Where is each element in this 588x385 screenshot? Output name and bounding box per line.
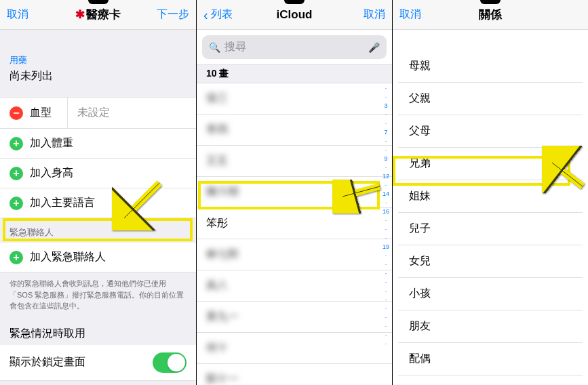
blood-type-row[interactable]: − 血型 未設定: [0, 97, 196, 129]
contacts-group-header: 10 畫: [197, 64, 392, 83]
add-emergency-contact-row[interactable]: + 加入緊急聯絡人: [0, 243, 196, 272]
plus-icon: +: [9, 197, 23, 210]
device-notch: [284, 0, 305, 4]
relationship-row[interactable]: 朋友: [398, 310, 583, 343]
contact-row[interactable]: 張三: [197, 83, 392, 115]
contact-row[interactable]: 何十: [197, 333, 392, 364]
contact-row[interactable]: 吳八: [197, 270, 392, 302]
cancel-button[interactable]: 取消: [364, 7, 385, 22]
lock-screen-note: iPhone 鎖定時，只要點一下「緊急服務」和「醫療卡」即可檢視你的「醫療卡」資…: [0, 381, 196, 386]
blood-type-value[interactable]: 未設定: [68, 98, 196, 128]
add-weight-row[interactable]: + 加入體重: [0, 129, 196, 159]
plus-icon: +: [9, 137, 23, 150]
plus-icon: +: [9, 251, 23, 264]
meds-value[interactable]: 尚未列出: [0, 68, 196, 90]
contact-row[interactable]: 陳六明: [197, 177, 392, 208]
relationship-row[interactable]: 配偶: [398, 343, 583, 376]
relationship-row[interactable]: 父親: [398, 83, 583, 115]
device-notch: [480, 0, 501, 4]
nav-title: iCloud: [277, 8, 313, 22]
emergency-contacts-header: 緊急聯絡人: [0, 218, 196, 243]
navbar-medical: 取消 ✱醫療卡 下一步: [0, 0, 196, 30]
mic-icon[interactable]: 🎤: [368, 42, 380, 53]
cancel-button[interactable]: 取消: [399, 7, 421, 22]
search-placeholder: 搜尋: [224, 40, 368, 54]
relationship-row[interactable]: 伴侶: [398, 376, 583, 385]
navbar-relationship: 取消 關係: [393, 0, 588, 30]
cancel-button[interactable]: 取消: [7, 7, 28, 22]
minus-icon[interactable]: −: [9, 106, 23, 120]
contact-row[interactable]: 黃九一: [197, 302, 392, 333]
nav-title: ✱醫療卡: [75, 7, 121, 22]
relationship-row[interactable]: 小孩: [398, 278, 583, 310]
show-on-lock-label: 顯示於鎖定畫面: [9, 355, 85, 369]
relationship-list: 母親父親父母兄弟姐妹兒子女兒小孩朋友配偶伴侶助理: [398, 50, 583, 385]
next-button[interactable]: 下一步: [157, 7, 189, 22]
contact-row[interactable]: 李四: [197, 115, 392, 146]
nav-title: 關係: [479, 7, 502, 22]
relationship-row[interactable]: 兒子: [398, 213, 583, 245]
relationship-row[interactable]: 母親: [398, 50, 583, 83]
contact-row[interactable]: 劉十一: [197, 364, 392, 385]
medical-id-panel: 取消 ✱醫療卡 下一步 用藥 尚未列出 − 血型 未設定 + 加入體重 + 加入…: [0, 0, 196, 385]
emergency-note: 你的緊急聯絡人會收到訊息，通知他們你已使用「SOS 緊急服務」撥打緊急服務電話。…: [0, 272, 196, 317]
meds-label: 用藥: [0, 47, 196, 68]
relationship-row[interactable]: 兄弟: [398, 148, 583, 180]
contacts-list: 張三李四王五陳六明笨彤林七郎吳八黃九一何十劉十一: [197, 83, 392, 385]
search-input[interactable]: 🔍 搜尋 🎤: [202, 35, 387, 59]
plus-icon: +: [9, 167, 23, 180]
relationship-panel: 取消 關係 母親父親父母兄弟姐妹兒子女兒小孩朋友配偶伴侶助理: [392, 0, 588, 385]
contact-row[interactable]: 王五: [197, 146, 392, 177]
blood-type-label: 血型: [30, 106, 52, 120]
add-language-row[interactable]: + 加入主要語言: [0, 188, 196, 218]
emergency-access-header: 緊急情況時取用: [0, 317, 196, 345]
relationship-row[interactable]: 女兒: [398, 245, 583, 278]
back-button[interactable]: ‹列表: [203, 7, 233, 22]
relationship-row[interactable]: 父母: [398, 115, 583, 148]
contact-row[interactable]: 林七郎: [197, 239, 392, 270]
alpha-index[interactable]: ··3··7··9·12·14·16···19···········: [381, 54, 391, 378]
add-height-row[interactable]: + 加入身高: [0, 159, 196, 188]
device-notch: [88, 0, 109, 4]
relationship-row[interactable]: 姐妹: [398, 180, 583, 213]
navbar-contacts: ‹列表 iCloud 取消: [197, 0, 392, 30]
contact-row[interactable]: 笨彤: [197, 208, 392, 239]
search-icon: 🔍: [209, 42, 220, 53]
show-on-lock-toggle[interactable]: [153, 352, 187, 373]
contacts-panel: ‹列表 iCloud 取消 🔍 搜尋 🎤 10 畫 張三李四王五陳六明笨彤林七郎…: [196, 0, 392, 385]
show-on-lock-row: 顯示於鎖定畫面: [0, 345, 196, 381]
